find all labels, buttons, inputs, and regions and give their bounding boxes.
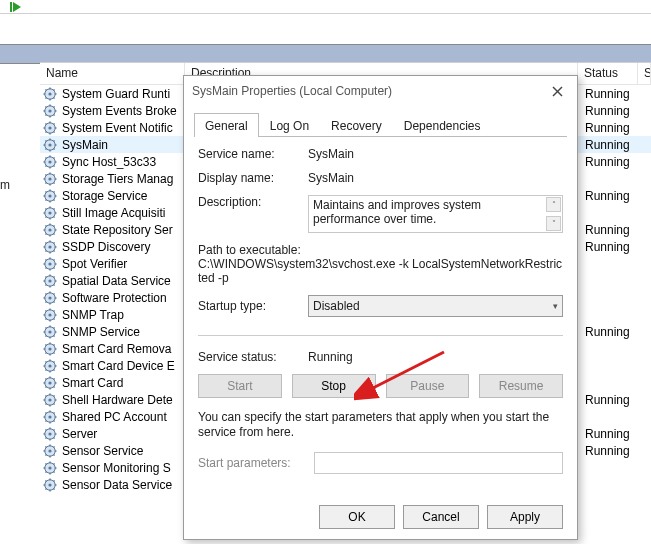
service-status: Running [581,444,641,458]
service-name: Spot Verifier [62,257,185,271]
service-status: Running [581,138,641,152]
gear-icon [42,324,58,340]
svg-line-51 [45,165,46,166]
svg-line-11 [45,97,46,98]
svg-line-139 [53,318,54,319]
svg-point-63 [48,194,51,197]
service-name: Shell Hardware Dete [62,393,185,407]
svg-point-53 [48,177,51,180]
svg-line-131 [45,301,46,302]
service-status: Running [581,155,641,169]
service-name: Spatial Data Service [62,274,185,288]
svg-point-143 [48,330,51,333]
service-status-label: Service status: [198,350,308,364]
svg-line-58 [45,174,46,175]
dialog-title: SysMain Properties (Local Computer) [192,84,392,98]
gear-icon [42,290,58,306]
svg-line-60 [53,174,54,175]
gear-icon [42,460,58,476]
svg-point-13 [48,109,51,112]
gear-icon [42,256,58,272]
col-status[interactable]: Status [578,63,638,84]
svg-line-239 [53,488,54,489]
svg-point-3 [48,92,51,95]
svg-line-100 [53,242,54,243]
startup-type-label: Startup type: [198,299,308,313]
svg-line-200 [53,412,54,413]
service-name: System Guard Runti [62,87,185,101]
svg-line-110 [53,259,54,260]
tab-log-on[interactable]: Log On [259,113,320,137]
service-status: Running [581,240,641,254]
svg-line-198 [45,412,46,413]
svg-line-160 [53,344,54,345]
svg-point-223 [48,466,51,469]
service-name: Shared PC Account [62,410,185,424]
scroll-down-icon[interactable]: ˅ [546,216,561,231]
gear-icon [42,188,58,204]
svg-line-150 [53,327,54,328]
svg-line-199 [53,420,54,421]
description-box: Maintains and improves system performanc… [308,195,563,233]
svg-point-23 [48,126,51,129]
svg-line-149 [53,335,54,336]
svg-line-219 [53,454,54,455]
start-params-input[interactable] [314,452,563,474]
play-icon[interactable] [10,1,22,13]
gear-icon [42,103,58,119]
svg-line-31 [45,131,46,132]
close-icon[interactable] [545,82,569,100]
svg-line-220 [53,446,54,447]
svg-line-158 [45,344,46,345]
service-status: Running [581,104,641,118]
tab-dependencies[interactable]: Dependencies [393,113,492,137]
svg-line-40 [53,140,54,141]
ok-button[interactable]: OK [319,505,395,529]
tab-strip: GeneralLog OnRecoveryDependencies [194,112,567,137]
gear-icon [42,409,58,425]
start-params-label: Start parameters: [198,456,308,470]
svg-line-59 [53,182,54,183]
svg-line-98 [45,242,46,243]
svg-point-73 [48,211,51,214]
svg-line-61 [45,182,46,183]
svg-point-173 [48,381,51,384]
path-label: Path to executable: [198,243,563,257]
tab-general[interactable]: General [194,113,259,137]
svg-line-71 [45,199,46,200]
gear-icon [42,443,58,459]
tab-recovery[interactable]: Recovery [320,113,393,137]
stop-button[interactable]: Stop [292,374,376,398]
cancel-button[interactable]: Cancel [403,505,479,529]
path-value: C:\WINDOWS\system32\svchost.exe -k Local… [198,257,563,285]
col-startup[interactable]: S [638,63,651,84]
gear-icon [42,341,58,357]
svg-line-10 [53,89,54,90]
pause-button[interactable]: Pause [386,374,470,398]
resume-button[interactable]: Resume [479,374,563,398]
start-button[interactable]: Start [198,374,282,398]
svg-line-128 [45,293,46,294]
svg-marker-1 [13,2,21,12]
svg-point-33 [48,143,51,146]
service-status: Running [581,189,641,203]
col-name[interactable]: Name [40,63,185,84]
service-name: Smart Card Device E [62,359,185,373]
svg-rect-0 [10,2,12,12]
svg-line-29 [53,131,54,132]
svg-line-21 [45,114,46,115]
service-name: State Repository Ser [62,223,185,237]
svg-point-213 [48,449,51,452]
service-status: Running [581,87,641,101]
gear-icon [42,120,58,136]
svg-point-133 [48,313,51,316]
svg-line-88 [45,225,46,226]
dialog-body: Service name: SysMain Display name: SysM… [184,137,577,474]
svg-line-30 [53,123,54,124]
svg-line-79 [53,216,54,217]
toolbar [0,0,651,14]
apply-button[interactable]: Apply [487,505,563,529]
svg-line-238 [45,480,46,481]
scroll-up-icon[interactable]: ˄ [546,197,561,212]
startup-type-combo[interactable]: Disabled ▾ [308,295,563,317]
